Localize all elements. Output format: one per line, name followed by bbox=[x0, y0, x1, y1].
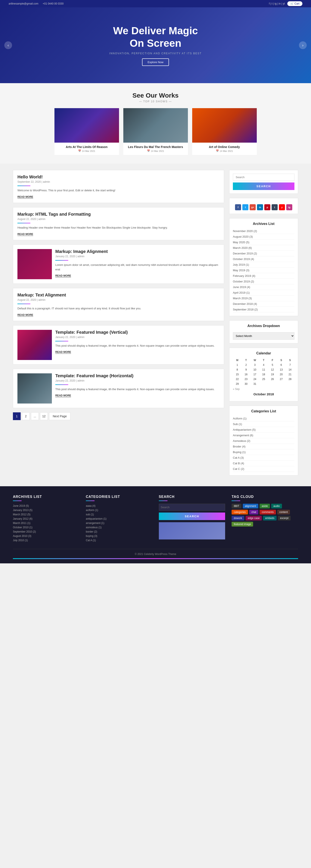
cal-day[interactable]: 22 bbox=[233, 377, 242, 381]
sidebar-search-input[interactable] bbox=[233, 174, 295, 181]
footer-archive-item[interactable]: July 2010 (1) bbox=[13, 538, 79, 542]
footer-search-input[interactable] bbox=[159, 504, 226, 511]
work-card-3[interactable]: Art of Online Comedy 📅 14 Mar 2021 bbox=[192, 108, 257, 155]
tag-edge-case[interactable]: edge case bbox=[246, 516, 262, 521]
archive-item[interactable]: April 2019 (1) bbox=[233, 290, 295, 296]
cal-day[interactable]: 8 bbox=[233, 367, 242, 372]
footer-category-item[interactable]: Cat A (1) bbox=[86, 538, 152, 542]
tag-categories[interactable]: categories bbox=[232, 510, 248, 515]
cal-day[interactable]: 5 bbox=[268, 363, 277, 367]
tag-embeds[interactable]: embeds bbox=[263, 516, 277, 521]
cal-day[interactable]: 26 bbox=[268, 377, 277, 381]
read-more-2[interactable]: READ MORE bbox=[18, 233, 33, 236]
instagram-icon[interactable]: ig bbox=[286, 204, 292, 210]
work-card-1[interactable]: Arts At The Limits Of Reason 📅 14 Mar 20… bbox=[55, 108, 119, 155]
archives-dropdown-select[interactable]: Select Month bbox=[233, 332, 295, 340]
page-12-button[interactable]: 12 bbox=[40, 412, 48, 420]
cal-day[interactable]: 21 bbox=[286, 372, 295, 377]
footer-category-item[interactable]: sub (1) bbox=[86, 512, 152, 517]
linkedin-icon[interactable]: in bbox=[257, 204, 263, 210]
read-more-5[interactable]: READ MORE bbox=[55, 350, 71, 354]
post-title-6[interactable]: Template: Featured Image (Horizontal) bbox=[55, 373, 219, 378]
tag-dowork[interactable]: dowork bbox=[232, 516, 244, 521]
page-1-button[interactable]: 1 bbox=[13, 412, 21, 420]
tag-aside[interactable]: aside bbox=[260, 504, 270, 508]
twitter-icon[interactable]: t bbox=[242, 204, 248, 210]
cal-day[interactable]: 7 bbox=[286, 363, 295, 367]
footer-category-item[interactable]: arrangement (1) bbox=[86, 521, 152, 525]
post-title-4[interactable]: Markup: Text Alignment bbox=[18, 292, 219, 298]
category-item[interactable]: Antiquarianism (5) bbox=[233, 427, 295, 433]
category-item[interactable]: Cat C (2) bbox=[233, 466, 295, 472]
cal-day[interactable]: 18 bbox=[260, 372, 268, 377]
cal-day[interactable]: 23 bbox=[242, 377, 250, 381]
cal-day[interactable]: 13 bbox=[277, 367, 286, 372]
tag-featured-image[interactable]: featured image bbox=[232, 522, 253, 527]
category-item[interactable]: Arrangement (6) bbox=[233, 433, 295, 438]
cal-day[interactable]: 20 bbox=[277, 372, 286, 377]
category-item[interactable]: Sub (1) bbox=[233, 422, 295, 427]
cal-day[interactable]: 25 bbox=[260, 377, 268, 381]
footer-archive-item[interactable]: January 2012 (6) bbox=[13, 517, 79, 521]
cart-button[interactable]: 🛒 Cart bbox=[287, 1, 302, 6]
footer-archive-item[interactable]: March 2011 (1) bbox=[13, 521, 79, 525]
cal-day[interactable]: 15 bbox=[233, 372, 242, 377]
tag-audio[interactable]: audio bbox=[271, 504, 282, 508]
hero-next-button[interactable]: › bbox=[299, 41, 307, 49]
cal-day[interactable]: 9 bbox=[242, 367, 250, 372]
next-page-button[interactable]: Next Page bbox=[49, 412, 70, 420]
footer-category-item[interactable]: aaaa (4) bbox=[86, 504, 152, 508]
read-more-4[interactable]: READ MORE bbox=[18, 313, 33, 317]
cal-day[interactable]: 27 bbox=[277, 377, 286, 381]
tag-8bit[interactable]: 8BIT bbox=[232, 504, 241, 508]
archive-item[interactable]: October 2019 (4) bbox=[233, 256, 295, 262]
post-title-1[interactable]: Hello World! bbox=[18, 175, 219, 180]
footer-category-item[interactable]: aciform (1) bbox=[86, 508, 152, 512]
cal-day[interactable]: 19 bbox=[268, 372, 277, 377]
read-more-3[interactable]: READ MORE bbox=[55, 274, 71, 278]
cal-day[interactable]: 10 bbox=[250, 367, 260, 372]
cal-day[interactable]: 4 bbox=[260, 363, 268, 367]
read-more-1[interactable]: READ MORE bbox=[18, 195, 33, 198]
footer-archive-item[interactable]: September 2010 (2) bbox=[13, 530, 79, 534]
cal-day[interactable]: 12 bbox=[268, 367, 277, 372]
googleplus-icon[interactable]: g+ bbox=[250, 204, 256, 210]
post-title-2[interactable]: Markup: HTML Tags and Formatting bbox=[18, 212, 219, 217]
sidebar-search-button[interactable]: SEARCH bbox=[233, 183, 295, 190]
archive-item[interactable]: September 2018 (2) bbox=[233, 307, 295, 312]
cal-day[interactable]: 3 bbox=[250, 363, 260, 367]
calendar-nav[interactable]: « Sep bbox=[233, 388, 295, 391]
footer-archive-item[interactable]: August 2010 (3) bbox=[13, 534, 79, 538]
archive-item[interactable]: May 2020 (5) bbox=[233, 240, 295, 245]
cal-day[interactable]: 30 bbox=[242, 381, 250, 386]
cal-day[interactable]: 6 bbox=[277, 363, 286, 367]
footer-category-item[interactable]: asmodeus (1) bbox=[86, 525, 152, 530]
category-item[interactable]: Aciform (1) bbox=[233, 416, 295, 422]
archive-item[interactable]: March 2020 (6) bbox=[233, 245, 295, 251]
page-2-button[interactable]: 2 bbox=[22, 412, 30, 420]
archive-item[interactable]: December 2018 (4) bbox=[233, 301, 295, 307]
category-item[interactable]: Cat A (3) bbox=[233, 455, 295, 461]
archive-item[interactable]: February 2019 (4) bbox=[233, 273, 295, 279]
cal-day[interactable]: 28 bbox=[286, 377, 295, 381]
youtube-icon[interactable]: y bbox=[279, 204, 285, 210]
footer-archive-item[interactable]: June 2019 (5) bbox=[13, 504, 79, 508]
archive-item[interactable]: November 2020 (2) bbox=[233, 228, 295, 234]
cal-day[interactable]: 14 bbox=[286, 367, 295, 372]
cal-day[interactable]: 16 bbox=[242, 372, 250, 377]
cal-day[interactable]: 1 bbox=[233, 363, 242, 367]
archive-item[interactable]: July 2019 (1) bbox=[233, 262, 295, 268]
cal-day[interactable]: 29 bbox=[233, 381, 242, 386]
footer-category-item[interactable]: antiquarianism (1) bbox=[86, 517, 152, 521]
tag-content[interactable]: content bbox=[277, 510, 290, 515]
archive-item[interactable]: December 2019 (2) bbox=[233, 251, 295, 256]
tag-alignment[interactable]: alignment bbox=[243, 504, 258, 508]
tumblr-icon[interactable]: t bbox=[272, 204, 278, 210]
tag-excerpt[interactable]: excerpt bbox=[278, 516, 290, 521]
footer-archive-item[interactable]: October 2010 (1) bbox=[13, 525, 79, 530]
page-ellipsis[interactable]: ... bbox=[31, 412, 39, 420]
archive-item[interactable]: March 2019 (3) bbox=[233, 296, 295, 301]
post-title-3[interactable]: Markup: Image Alignment bbox=[55, 249, 219, 254]
archive-item[interactable]: May 2019 (3) bbox=[233, 268, 295, 273]
cal-day[interactable]: 11 bbox=[260, 367, 268, 372]
